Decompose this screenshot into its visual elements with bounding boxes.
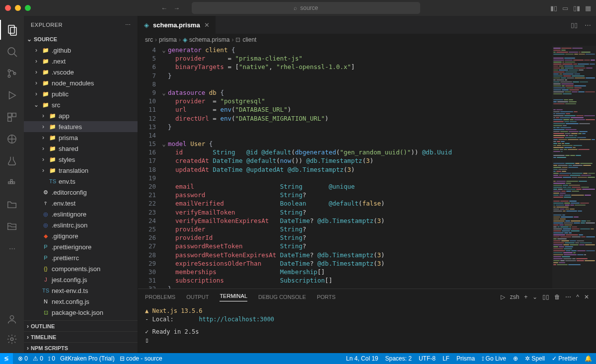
- folder-activity-icon[interactable]: [0, 195, 24, 215]
- tree-item[interactable]: ⌄📁src: [24, 99, 138, 110]
- source-section-header[interactable]: ⌄ SOURCE: [24, 34, 138, 45]
- terminal-profile-icon[interactable]: ▷: [501, 293, 505, 300]
- chevron-down-icon: ⌄: [27, 36, 32, 43]
- tab-schema-prisma[interactable]: ◈ schema.prisma ✕: [138, 16, 216, 34]
- status-copilot-icon[interactable]: ⊕: [513, 355, 518, 362]
- tree-item[interactable]: ›📁node_modules: [24, 77, 138, 88]
- status-indentation[interactable]: Spaces: 2: [385, 355, 412, 362]
- split-editor-icon[interactable]: ▯▯: [571, 21, 578, 29]
- remote-indicator[interactable]: ≶: [0, 353, 13, 364]
- run-debug-activity-icon[interactable]: [0, 85, 24, 105]
- status-errors[interactable]: ⊗ 0: [18, 355, 28, 362]
- project-manager-icon[interactable]: [0, 217, 24, 236]
- minimize-window-button[interactable]: [15, 5, 21, 11]
- tree-item[interactable]: TSenv.ts: [24, 176, 138, 187]
- svg-rect-1: [10, 27, 16, 35]
- terminal-dropdown-icon[interactable]: ⌄: [532, 293, 537, 300]
- tree-item[interactable]: ›📁.github: [24, 45, 138, 56]
- account-activity-icon[interactable]: [0, 309, 24, 329]
- settings-activity-icon[interactable]: [0, 329, 24, 349]
- panel-tab-output[interactable]: OUTPUT: [186, 294, 209, 300]
- file-icon: 📁: [42, 69, 50, 75]
- panel-tab-debug-console[interactable]: DEBUG CONSOLE: [258, 294, 306, 300]
- status-eol[interactable]: LF: [443, 355, 449, 362]
- minimap[interactable]: [552, 46, 596, 289]
- terminal-output[interactable]: ▲ Next.js 13.5.6 - Local: http://localho…: [138, 305, 596, 353]
- remote-explorer-icon[interactable]: [0, 129, 24, 149]
- status-notifications-icon[interactable]: 🔔: [585, 355, 592, 362]
- tree-item[interactable]: TSnext-env.d.ts: [24, 285, 138, 296]
- tree-item[interactable]: ›📁features: [24, 121, 138, 132]
- tree-item[interactable]: ⫯.env.test: [24, 198, 138, 209]
- tree-item-label: prisma: [59, 134, 78, 142]
- sidebar-more-icon[interactable]: ⋯: [125, 22, 131, 28]
- chevron-icon: ›: [33, 90, 40, 97]
- more-activity-icon[interactable]: ⋯: [0, 238, 24, 258]
- docker-activity-icon[interactable]: [0, 173, 24, 193]
- editor-more-icon[interactable]: ⋯: [585, 21, 591, 29]
- panel-tab-problems[interactable]: PROBLEMS: [145, 294, 175, 300]
- testing-activity-icon[interactable]: [0, 151, 24, 171]
- status-spell[interactable]: ✲ Spell: [525, 355, 545, 362]
- panel-more-icon[interactable]: ⋯: [565, 293, 571, 300]
- nav-back-icon[interactable]: ←: [161, 4, 167, 12]
- tree-item[interactable]: ›📁.vscode: [24, 67, 138, 77]
- layout-panel-icon[interactable]: ▭: [562, 4, 568, 12]
- search-activity-icon[interactable]: [0, 42, 24, 62]
- terminal-shell-name[interactable]: zsh: [510, 293, 520, 300]
- tree-item[interactable]: ◎.eslintignore: [24, 209, 138, 219]
- status-prettier[interactable]: ✓ Prettier: [552, 355, 578, 362]
- split-terminal-icon[interactable]: ▯▯: [542, 293, 549, 300]
- layout-primary-sidebar-icon[interactable]: ▮▯: [550, 4, 557, 12]
- tree-item[interactable]: ›📁public: [24, 88, 138, 99]
- tree-item[interactable]: ◎.eslintrc.json: [24, 219, 138, 230]
- tree-item[interactable]: ›📁prisma: [24, 132, 138, 143]
- status-project[interactable]: ⊟ code - source: [120, 355, 162, 362]
- file-icon: 📁: [49, 156, 57, 163]
- maximize-window-button[interactable]: [25, 5, 31, 11]
- command-center[interactable]: ⌕ source: [192, 2, 420, 14]
- nav-forward-icon[interactable]: →: [173, 4, 180, 12]
- status-cursor-pos[interactable]: Ln 4, Col 19: [346, 355, 378, 362]
- tree-item[interactable]: Jjest.config.js: [24, 274, 138, 285]
- prisma-file-icon: ◈: [183, 36, 187, 43]
- tree-item[interactable]: ›📁.next: [24, 56, 138, 67]
- tree-item[interactable]: {}components.json: [24, 263, 138, 274]
- status-warnings[interactable]: ⚠ 0: [33, 355, 43, 362]
- tree-item[interactable]: ⊡package-lock.json: [24, 307, 138, 318]
- tree-item[interactable]: P.prettierrc: [24, 252, 138, 263]
- tree-item[interactable]: P.prettierignore: [24, 241, 138, 252]
- tree-item[interactable]: ›📁shared: [24, 143, 138, 154]
- panel-close-icon[interactable]: ✕: [584, 293, 589, 300]
- npm-scripts-section[interactable]: ›NPM SCRIPTS: [24, 342, 138, 353]
- kill-terminal-icon[interactable]: 🗑: [554, 293, 560, 300]
- code-editor[interactable]: 4⌄generator client {5 provider = "prisma…: [138, 46, 552, 289]
- chevron-icon: ›: [33, 69, 40, 75]
- status-gitkraken[interactable]: GitKraken Pro (Trial): [60, 355, 115, 362]
- status-radio[interactable]: ⟟ 0: [48, 355, 55, 362]
- tree-item[interactable]: ›📁translation: [24, 165, 138, 176]
- tree-item-label: node_modules: [52, 79, 94, 87]
- panel-maximize-icon[interactable]: ^: [576, 293, 579, 300]
- status-encoding[interactable]: UTF-8: [419, 355, 436, 362]
- tree-item[interactable]: ⚙.editorconfig: [24, 187, 138, 198]
- explorer-activity-icon[interactable]: [0, 20, 24, 40]
- tree-item[interactable]: ›📁app: [24, 110, 138, 121]
- layout-secondary-sidebar-icon[interactable]: ▯▮: [573, 4, 580, 12]
- tree-item[interactable]: ›📁styles: [24, 154, 138, 165]
- timeline-section[interactable]: ›TIMELINE: [24, 331, 138, 342]
- close-window-button[interactable]: [5, 5, 11, 11]
- panel-tab-terminal[interactable]: TERMINAL: [220, 293, 247, 301]
- source-control-activity-icon[interactable]: [0, 64, 24, 83]
- new-terminal-icon[interactable]: +: [524, 293, 527, 300]
- breadcrumb[interactable]: src› prisma› ◈ schema.prisma› ⊡ client: [138, 34, 596, 46]
- status-language[interactable]: Prisma: [456, 355, 475, 362]
- close-tab-icon[interactable]: ✕: [204, 21, 210, 29]
- tree-item[interactable]: ◆.gitignore: [24, 230, 138, 241]
- extensions-activity-icon[interactable]: [0, 107, 24, 127]
- outline-section[interactable]: ›OUTLINE: [24, 320, 138, 331]
- status-go-live[interactable]: ⟟ Go Live: [482, 355, 506, 362]
- layout-customize-icon[interactable]: ▦: [585, 4, 591, 12]
- panel-tab-ports[interactable]: PORTS: [317, 294, 336, 300]
- tree-item[interactable]: Nnext.config.js: [24, 296, 138, 307]
